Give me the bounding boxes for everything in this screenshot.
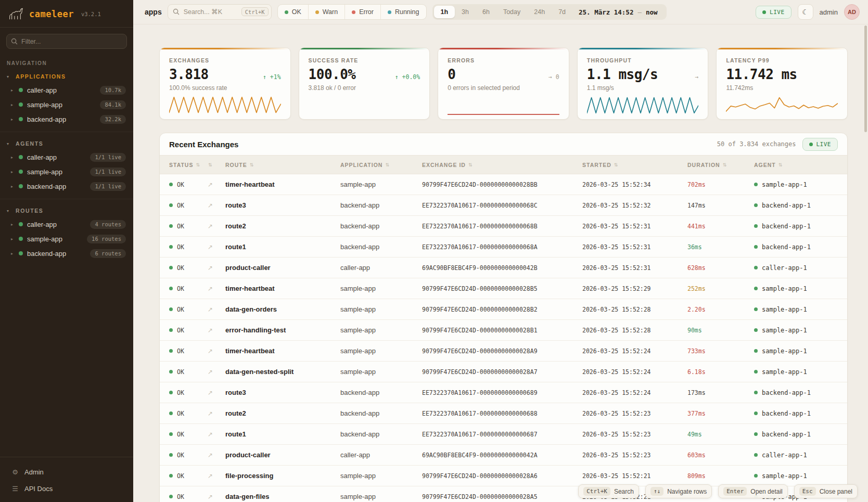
sidebar-item[interactable]: ▸ caller-app 1/1 live xyxy=(0,150,133,164)
column-header[interactable]: EXCHANGE ID ⇅ xyxy=(422,162,582,168)
sidebar-section-header[interactable]: ▾ ROUTES xyxy=(0,207,133,217)
stat-card[interactable]: THROUGHPUT 1.1 msg/s → 1.1 msg/s xyxy=(577,47,709,120)
arrow-up-right-icon: ↗ xyxy=(208,264,213,272)
table-row[interactable]: OK ↗ route1 backend-app EE7322370A10617-… xyxy=(160,424,847,445)
agent-dot-icon xyxy=(754,224,758,228)
sidebar-item-label: backend-app xyxy=(27,183,66,190)
table-row[interactable]: OK ↗ file-processing sample-app 90799F47… xyxy=(160,466,847,486)
open-exchange-link[interactable]: ↗ xyxy=(206,202,225,209)
time-range-button[interactable]: 24h xyxy=(527,6,552,18)
status-filter[interactable]: Running xyxy=(380,5,426,19)
open-exchange-link[interactable]: ↗ xyxy=(206,181,225,188)
date-range[interactable]: 25. März 14:52 — now xyxy=(572,8,665,16)
status-cell: OK xyxy=(160,431,206,438)
main: EXCHANGES 3.818 ↑ +1% 100.0% success rat… xyxy=(133,24,868,502)
open-exchange-link[interactable]: ↗ xyxy=(206,472,225,480)
sidebar-footer-item[interactable]: ☰ API Docs xyxy=(0,480,133,497)
column-header[interactable]: DURATION ⇅ xyxy=(687,162,754,168)
table-body: OK ↗ timer-heartbeat sample-app 90799F47… xyxy=(160,174,847,502)
sidebar-section-header[interactable]: ▾ APPLICATIONS xyxy=(0,72,133,83)
status-filter[interactable]: OK xyxy=(278,5,308,19)
column-header[interactable]: AGENT ⇅ xyxy=(754,162,847,168)
table-row[interactable]: OK ↗ route3 backend-app EE7322370A10617-… xyxy=(160,382,847,403)
time-range-button[interactable]: Today xyxy=(496,6,527,18)
sidebar-footer-item[interactable]: ⚙ Admin xyxy=(0,464,133,480)
column-header[interactable]: STATUS ⇅ xyxy=(160,162,206,168)
ok-dot-icon xyxy=(169,432,173,436)
open-exchange-link[interactable]: ↗ xyxy=(206,223,225,230)
open-exchange-link[interactable]: ↗ xyxy=(206,285,225,292)
filter-input[interactable] xyxy=(6,34,127,49)
content-area: apps Ctrl+K OK Warn Error Running 1h3h6h… xyxy=(133,0,868,502)
status-text: OK xyxy=(177,347,184,355)
sidebar-item[interactable]: ▸ backend-app 32.2k xyxy=(0,112,133,126)
table-row[interactable]: OK ↗ timer-heartbeat sample-app 90799F47… xyxy=(160,278,847,299)
open-exchange-link[interactable]: ↗ xyxy=(206,243,225,251)
chevron-down-icon: ▾ xyxy=(7,74,11,79)
duration-cell: 147ms xyxy=(687,202,754,209)
table-row[interactable]: OK ↗ data-gen-nested-split sample-app 90… xyxy=(160,362,847,382)
time-range-button[interactable]: 1h xyxy=(434,6,455,18)
stat-card[interactable]: LATENCY P99 11.742 ms 11.742ms xyxy=(716,47,848,120)
table-row[interactable]: OK ↗ error-handling-test sample-app 9079… xyxy=(160,320,847,341)
table-row[interactable]: OK ↗ route1 backend-app EE7322370A10617-… xyxy=(160,237,847,258)
status-text: OK xyxy=(177,389,184,396)
scrollbar[interactable] xyxy=(864,25,867,132)
open-exchange-link[interactable]: ↗ xyxy=(206,389,225,396)
table-row[interactable]: OK ↗ data-gen-orders sample-app 90799F47… xyxy=(160,299,847,320)
started-cell: 2026-03-25 15:52:32 xyxy=(582,202,687,209)
live-badge[interactable]: LIVE xyxy=(756,6,792,19)
status-text: OK xyxy=(177,306,184,313)
footer-label: Admin xyxy=(24,468,44,476)
dark-mode-toggle[interactable]: ☾ xyxy=(798,4,813,20)
agent-name: backend-app-1 xyxy=(762,431,811,438)
sidebar-item[interactable]: ▸ sample-app 16 routes xyxy=(0,231,133,246)
live-label: LIVE xyxy=(770,9,785,16)
table-row[interactable]: OK ↗ timer-heartbeat sample-app 90799F47… xyxy=(160,341,847,362)
table-row[interactable]: OK ↗ timer-heartbeat sample-app 90799F47… xyxy=(160,174,847,195)
route-cell: product-caller xyxy=(225,264,340,272)
time-range-button[interactable]: 7d xyxy=(552,6,572,18)
table-row[interactable]: OK ↗ product-caller caller-app 69AC90BF8… xyxy=(160,445,847,466)
open-exchange-link[interactable]: ↗ xyxy=(206,306,225,313)
column-header[interactable]: ⇅ xyxy=(206,162,225,168)
status-cell: OK xyxy=(160,223,206,230)
column-header[interactable]: APPLICATION ⇅ xyxy=(340,162,422,168)
column-header[interactable]: ROUTE ⇅ xyxy=(225,162,340,168)
arrow-up-right-icon: ↗ xyxy=(208,327,213,334)
avatar[interactable]: AD xyxy=(844,4,860,20)
stat-card[interactable]: EXCHANGES 3.818 ↑ +1% 100.0% success rat… xyxy=(159,47,291,120)
open-exchange-link[interactable]: ↗ xyxy=(206,431,225,438)
sidebar-item[interactable]: ▸ backend-app 6 routes xyxy=(0,246,133,261)
table-row[interactable]: OK ↗ product-caller caller-app 69AC90BF8… xyxy=(160,258,847,278)
sidebar-item-badge: 84.1k xyxy=(100,100,126,109)
open-exchange-link[interactable]: ↗ xyxy=(206,493,225,500)
duration-cell: 252ms xyxy=(687,285,754,292)
table-row[interactable]: OK ↗ route3 backend-app EE7322370A10617-… xyxy=(160,195,847,216)
stat-card[interactable]: SUCCESS RATE 100.0% ↑ +0.0% 3.818 ok / 0… xyxy=(299,47,430,120)
sidebar-item[interactable]: ▸ caller-app 10.7k xyxy=(0,83,133,97)
column-header[interactable]: STARTED ⇅ xyxy=(582,162,687,168)
table-row[interactable]: OK ↗ route2 backend-app EE7322370A10617-… xyxy=(160,403,847,424)
table-live-badge[interactable]: LIVE xyxy=(802,138,838,151)
status-filter[interactable]: Error xyxy=(344,5,380,19)
sidebar-item[interactable]: ▸ sample-app 84.1k xyxy=(0,97,133,112)
open-exchange-link[interactable]: ↗ xyxy=(206,452,225,459)
open-exchange-link[interactable]: ↗ xyxy=(206,327,225,334)
table-row[interactable]: OK ↗ route2 backend-app EE7322370A10617-… xyxy=(160,216,847,237)
sidebar-item[interactable]: ▸ backend-app 1/1 live xyxy=(0,179,133,194)
agent-cell: sample-app-1 xyxy=(754,368,847,376)
open-exchange-link[interactable]: ↗ xyxy=(206,368,225,376)
app-version: v3.2.1 xyxy=(81,11,101,17)
stat-card[interactable]: ERRORS 0 → 0 0 errors in selected period xyxy=(438,47,569,120)
open-exchange-link[interactable]: ↗ xyxy=(206,264,225,272)
open-exchange-link[interactable]: ↗ xyxy=(206,347,225,355)
sidebar-item[interactable]: ▸ caller-app 4 routes xyxy=(0,217,133,231)
sidebar-section-header[interactable]: ▾ AGENTS xyxy=(0,139,133,150)
agent-dot-icon xyxy=(754,453,758,457)
time-range-button[interactable]: 6h xyxy=(476,6,496,18)
time-range-button[interactable]: 3h xyxy=(455,6,476,18)
open-exchange-link[interactable]: ↗ xyxy=(206,410,225,417)
status-filter[interactable]: Warn xyxy=(308,5,344,19)
sidebar-item[interactable]: ▸ sample-app 1/1 live xyxy=(0,164,133,179)
